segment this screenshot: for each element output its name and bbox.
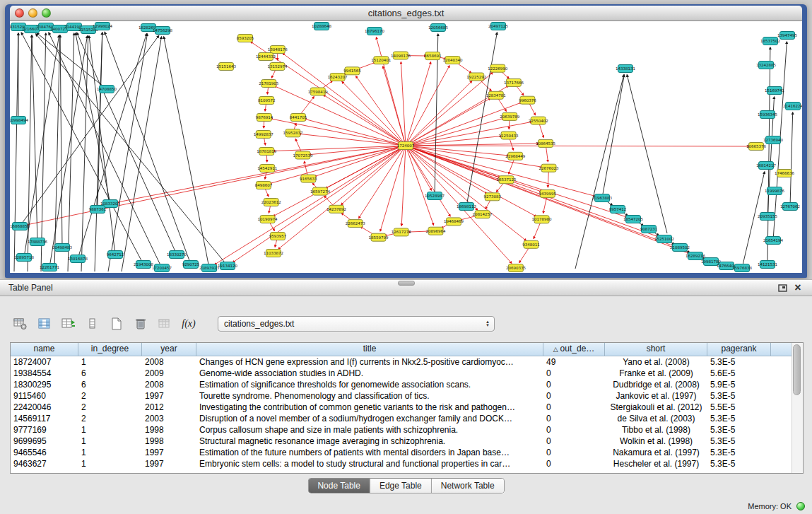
network-node[interactable]: 19468469 [444, 218, 464, 226]
table-row[interactable]: 1872400712008Changes of HCN gene express… [11, 356, 792, 368]
network-node[interactable]: 13242885 [756, 62, 776, 69]
tab-node-table[interactable]: Node Table [308, 479, 370, 493]
network-node[interactable]: 17598419 [308, 88, 328, 95]
column-visibility-icon[interactable] [35, 315, 54, 332]
network-node[interactable]: 9439995 [539, 189, 557, 197]
network-node[interactable]: 9960376 [519, 96, 536, 104]
network-node[interactable]: 11250433 [499, 132, 519, 139]
network-node[interactable]: 22550402 [529, 117, 548, 124]
network-node[interactable]: 19225292 [466, 73, 486, 81]
network-node[interactable]: 9642712 [107, 251, 124, 259]
table-row[interactable]: 1830029562008Estimation of significance … [11, 379, 792, 390]
network-node[interactable]: 9348011 [522, 240, 540, 248]
network-node[interactable]: 8658691 [424, 52, 442, 60]
network-node[interactable]: 1724007 [397, 142, 415, 150]
network-node[interactable]: 20639789 [500, 112, 519, 120]
network-node[interactable]: 9087231 [640, 226, 658, 233]
minimize-window-button[interactable] [28, 8, 37, 18]
column-header-title[interactable]: title [196, 343, 543, 356]
table-row[interactable]: 946554611997Estimation of the future num… [11, 447, 792, 458]
network-node[interactable]: 8593205 [237, 35, 254, 42]
network-node[interactable]: 12040340 [443, 57, 463, 64]
close-window-button[interactable] [15, 8, 24, 18]
network-node[interactable]: 20935155 [758, 213, 777, 221]
network-node[interactable]: 16597274 [310, 187, 330, 195]
network-node[interactable]: 14098176 [391, 52, 411, 59]
network-node[interactable]: 16289216 [686, 252, 705, 260]
network-node[interactable]: 18781819 [257, 148, 276, 156]
network-node[interactable]: 12617274 [392, 228, 411, 236]
network-node[interactable]: 9290725 [182, 261, 200, 269]
network-node[interactable]: 21968449 [505, 152, 525, 160]
new-table-icon[interactable] [107, 315, 126, 332]
network-node[interactable]: 13016878 [68, 255, 88, 263]
network-node[interactable]: 13717666 [504, 78, 524, 86]
network-node[interactable]: 21963883 [592, 194, 612, 202]
network-node[interactable]: 8441705 [290, 114, 307, 122]
network-node[interactable]: 18537502 [760, 37, 780, 45]
tab-network-table[interactable]: Network Table [431, 479, 504, 493]
network-node[interactable]: 21654194 [763, 237, 783, 245]
network-node[interactable]: 9165633 [300, 175, 317, 182]
network-node[interactable]: 22895718 [14, 254, 34, 262]
table-row[interactable]: 1938455462009Genome-wide association stu… [11, 368, 792, 379]
network-node[interactable]: 19134120 [218, 262, 237, 270]
network-node[interactable]: 22662473 [346, 220, 365, 228]
network-node[interactable]: 20814257 [473, 211, 493, 218]
network-node[interactable]: 14237892 [326, 205, 346, 213]
network-node[interactable]: 12834781 [486, 91, 506, 99]
network-node[interactable]: 20690335 [506, 264, 526, 272]
network-canvas[interactable]: 1724007140981768658691120403401922529212… [10, 21, 802, 273]
network-node[interactable]: 18330270 [167, 251, 187, 259]
network-node[interactable]: 15169741 [765, 87, 784, 95]
network-node[interactable]: 22676023 [539, 164, 559, 172]
network-node[interactable]: 10665376 [746, 143, 766, 151]
float-panel-icon[interactable] [777, 282, 788, 293]
column-header-year[interactable]: year [142, 343, 196, 356]
delete-table-icon[interactable] [131, 315, 150, 332]
network-node[interactable]: 12226990 [488, 64, 507, 72]
network-node[interactable]: 21416224 [783, 103, 802, 110]
network-node[interactable]: 18698113 [457, 203, 476, 211]
network-node[interactable]: 15976838 [732, 264, 752, 272]
network-node[interactable]: 14756298 [153, 27, 172, 35]
network-node[interactable]: 12736940 [763, 136, 783, 144]
network-node[interactable]: 10998494 [10, 117, 28, 124]
network-node[interactable]: 12261771 [40, 264, 59, 271]
network-node[interactable]: 10528987 [425, 192, 445, 200]
network-node[interactable]: 18559799 [369, 233, 389, 241]
network-node[interactable]: 8957412 [609, 206, 627, 214]
panel-resize-grip-icon[interactable] [398, 281, 415, 286]
table-mode-icon[interactable] [11, 315, 30, 332]
network-node[interactable]: 20498483 [52, 244, 72, 252]
network-node[interactable]: 16243207 [328, 74, 348, 81]
network-node[interactable]: 12767062 [780, 203, 800, 211]
network-node[interactable]: 12444333 [256, 53, 276, 61]
network-node[interactable]: 22023612 [261, 199, 281, 206]
network-node[interactable]: 10190974 [258, 216, 278, 223]
network-node[interactable]: 14708850 [97, 86, 117, 93]
network-node[interactable]: 13152974 [267, 63, 287, 71]
network-node[interactable]: 15952837 [283, 129, 302, 137]
network-node[interactable]: 14542911 [257, 165, 277, 173]
network-node[interactable]: 17072539 [293, 151, 312, 159]
network-node[interactable]: 16868858 [10, 223, 30, 230]
network-node[interactable]: 15251002 [654, 235, 674, 243]
network-node[interactable]: 17200457 [152, 264, 172, 272]
network-node[interactable]: 16537125 [497, 176, 517, 184]
network-node[interactable]: 10288648 [312, 23, 331, 30]
column-header-out_de[interactable]: △out_de… [543, 343, 605, 356]
network-node[interactable]: 9876914 [256, 114, 273, 122]
network-node[interactable]: 8109572 [258, 97, 276, 105]
network-node[interactable]: 14992837 [254, 131, 273, 139]
network-node[interactable]: 12056685 [428, 24, 448, 32]
network-node[interactable]: 9887361 [89, 206, 107, 214]
network-node[interactable]: 11033872 [264, 250, 283, 257]
network-node[interactable]: 21893923 [199, 264, 219, 272]
network-node[interactable]: 18796170 [365, 28, 384, 35]
network-node[interactable]: 14121531 [758, 261, 777, 269]
table-row[interactable]: 946362711997Embryonic stem cells: a mode… [11, 458, 792, 469]
column-header-in_degree[interactable]: in_degree [78, 343, 142, 356]
network-node[interactable]: 15936345 [758, 111, 777, 119]
table-row[interactable]: 2242004622012Investigating the contribut… [11, 402, 792, 413]
